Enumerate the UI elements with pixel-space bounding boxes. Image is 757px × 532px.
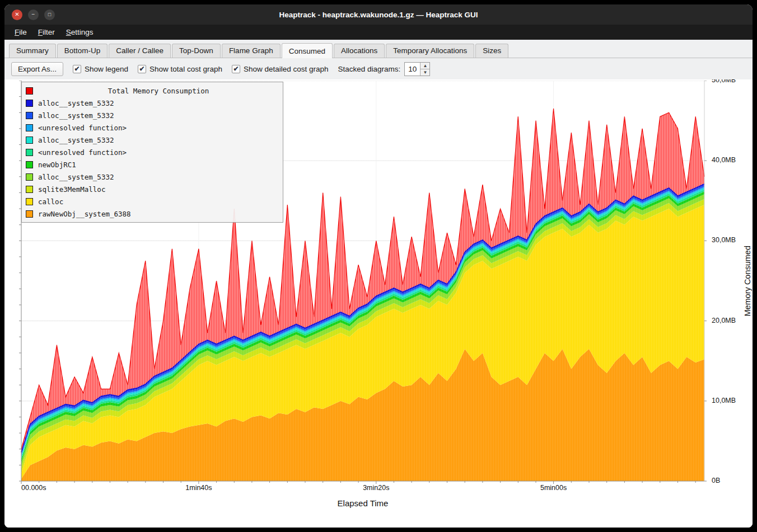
menu-filter[interactable]: Filter bbox=[32, 26, 60, 39]
legend-swatch-icon bbox=[26, 136, 33, 144]
checkbox-label: Show detailed cost graph bbox=[244, 65, 329, 73]
tab-bottom-up[interactable]: Bottom-Up bbox=[57, 44, 108, 58]
y-tick-label: 30,0MB bbox=[712, 236, 736, 244]
legend-item: <unresolved function> bbox=[26, 146, 279, 158]
tab-top-down[interactable]: Top-Down bbox=[172, 44, 221, 58]
legend-swatch-icon bbox=[26, 112, 33, 119]
checkbox-label: Show legend bbox=[85, 65, 128, 73]
spinbox-value: 10 bbox=[405, 63, 420, 76]
legend-item: alloc__system_5332 bbox=[26, 171, 279, 183]
toolbar: Export As... ✔ Show legend ✔ Show total … bbox=[4, 58, 753, 79]
checkbox-box: ✔ bbox=[73, 65, 81, 73]
legend-label: <unresolved function> bbox=[38, 124, 127, 132]
legend-title-row: Total Memory Consumption bbox=[26, 84, 279, 97]
legend-swatch-icon bbox=[26, 87, 33, 95]
checkbox-box: ✔ bbox=[232, 65, 240, 73]
legend-swatch-icon bbox=[26, 100, 33, 107]
legend-label: alloc__system_5332 bbox=[38, 111, 114, 120]
legend-swatch-icon bbox=[26, 161, 33, 168]
y-axis-title-wrap: Memory Consumed bbox=[743, 81, 752, 481]
legend-item: calloc bbox=[26, 195, 279, 208]
show-total-cost-graph-checkbox[interactable]: ✔ Show total cost graph bbox=[138, 65, 222, 73]
legend-label: alloc__system_5332 bbox=[38, 99, 114, 107]
legend-item: rawNewObj__system_6388 bbox=[26, 208, 279, 220]
y-tick-label: 40,0MB bbox=[712, 156, 736, 164]
tab-allocations[interactable]: Allocations bbox=[334, 44, 385, 58]
tab-temporary-allocations[interactable]: Temporary Allocations bbox=[386, 44, 474, 58]
y-axis-title: Memory Consumed bbox=[743, 246, 752, 317]
legend-label: sqlite3MemMalloc bbox=[38, 185, 105, 194]
legend-label: calloc bbox=[38, 197, 63, 206]
legend-swatch-icon bbox=[26, 210, 33, 218]
x-axis-tick-labels: 00.000s1min40s3min20s5min00s bbox=[4, 484, 753, 494]
y-tick-label: 0B bbox=[712, 477, 720, 484]
chart-legend: Total Memory Consumptionalloc__system_53… bbox=[21, 82, 283, 223]
x-tick-label: 3min20s bbox=[363, 484, 389, 492]
y-tick-label: 10,0MB bbox=[712, 397, 736, 404]
legend-item: alloc__system_5332 bbox=[26, 134, 279, 146]
stacked-diagrams-label: Stacked diagrams: bbox=[338, 65, 401, 73]
spinbox-up-button[interactable]: ▲ bbox=[420, 63, 429, 69]
x-axis-title: Elapsed Time bbox=[21, 498, 704, 508]
titlebar[interactable]: ✕ − □ Heaptrack - heaptrack.wakunode.1.g… bbox=[4, 4, 753, 25]
close-button[interactable]: ✕ bbox=[12, 10, 22, 20]
checkbox-label: Show total cost graph bbox=[149, 65, 222, 73]
legend-item: alloc__system_5332 bbox=[26, 97, 279, 109]
tab-sizes[interactable]: Sizes bbox=[475, 44, 508, 58]
legend-item: alloc__system_5332 bbox=[26, 109, 279, 121]
tabbar: Summary Bottom-Up Caller / Callee Top-Do… bbox=[4, 40, 753, 58]
legend-label: Total Memory Consumption bbox=[38, 87, 279, 95]
minimize-button[interactable]: − bbox=[28, 10, 39, 20]
window-title: Heaptrack - heaptrack.wakunode.1.gz — He… bbox=[279, 11, 478, 19]
checkmark-icon: ✔ bbox=[74, 65, 80, 72]
heaptrack-window: ✕ − □ Heaptrack - heaptrack.wakunode.1.g… bbox=[4, 4, 753, 528]
legend-label: alloc__system_5332 bbox=[38, 136, 114, 144]
screen-frame: ✕ − □ Heaptrack - heaptrack.wakunode.1.g… bbox=[0, 0, 757, 532]
legend-swatch-icon bbox=[26, 198, 33, 205]
legend-item: newObjRC1 bbox=[26, 158, 279, 171]
spinbox-buttons: ▲ ▼ bbox=[420, 63, 429, 76]
show-legend-checkbox[interactable]: ✔ Show legend bbox=[73, 65, 128, 73]
stacked-diagrams-spinbox[interactable]: 10 ▲ ▼ bbox=[404, 62, 430, 76]
menu-file[interactable]: File bbox=[9, 26, 32, 39]
menubar: File Filter Settings bbox=[4, 25, 753, 40]
show-detailed-cost-graph-checkbox[interactable]: ✔ Show detailed cost graph bbox=[232, 65, 329, 73]
y-tick-label: 50,0MB bbox=[712, 79, 736, 84]
legend-swatch-icon bbox=[26, 186, 33, 193]
checkmark-icon: ✔ bbox=[139, 65, 145, 72]
tab-consumed[interactable]: Consumed bbox=[282, 43, 333, 58]
legend-label: <unresolved function> bbox=[38, 148, 127, 157]
checkbox-box: ✔ bbox=[138, 65, 146, 73]
window-controls: ✕ − □ bbox=[12, 4, 55, 25]
tab-flame-graph[interactable]: Flame Graph bbox=[222, 44, 281, 58]
consumed-chart-section: Total Memory Consumptionalloc__system_53… bbox=[4, 79, 753, 528]
legend-label: rawNewObj__system_6388 bbox=[38, 210, 131, 218]
maximize-button[interactable]: □ bbox=[44, 10, 55, 20]
legend-swatch-icon bbox=[26, 173, 33, 181]
x-tick-label: 5min00s bbox=[540, 484, 567, 492]
x-tick-label: 1min40s bbox=[185, 484, 212, 492]
legend-item: <unresolved function> bbox=[26, 121, 279, 134]
spinbox-down-button[interactable]: ▼ bbox=[420, 69, 429, 76]
checkmark-icon: ✔ bbox=[233, 65, 239, 72]
x-tick-label: 00.000s bbox=[21, 484, 46, 492]
legend-swatch-icon bbox=[26, 149, 33, 156]
legend-label: alloc__system_5332 bbox=[38, 173, 114, 181]
export-as-button[interactable]: Export As... bbox=[11, 62, 63, 76]
stacked-diagrams-group: Stacked diagrams: 10 ▲ ▼ bbox=[338, 62, 431, 76]
legend-swatch-icon bbox=[26, 124, 33, 131]
legend-item: sqlite3MemMalloc bbox=[26, 183, 279, 195]
tab-summary[interactable]: Summary bbox=[9, 44, 56, 58]
menu-settings[interactable]: Settings bbox=[60, 26, 99, 39]
y-tick-label: 20,0MB bbox=[712, 317, 736, 324]
tab-caller-callee[interactable]: Caller / Callee bbox=[109, 44, 171, 58]
legend-label: newObjRC1 bbox=[38, 161, 76, 169]
